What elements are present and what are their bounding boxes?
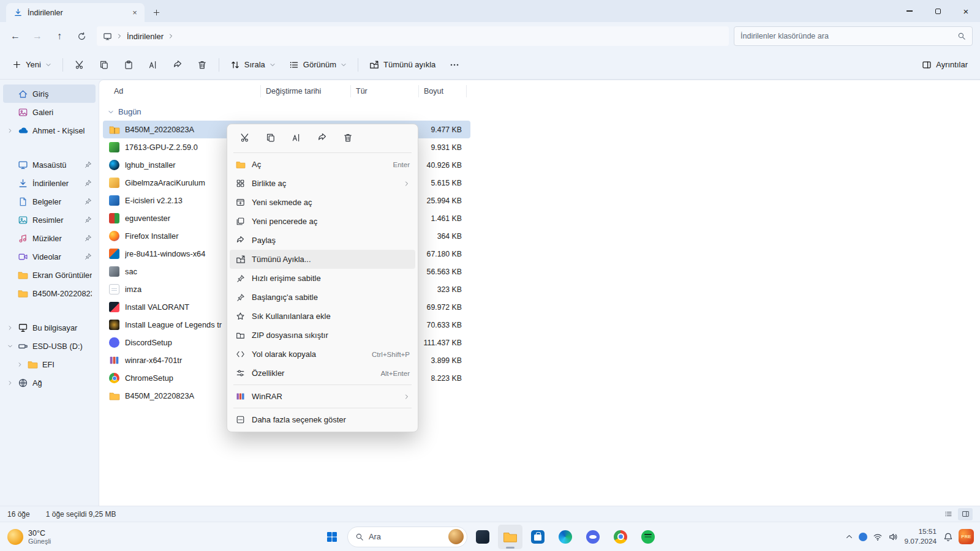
menu-item-open-new-window[interactable]: Yeni pencerede aç — [230, 212, 415, 231]
weather-desc: Güneşli — [28, 538, 51, 545]
chevron-down-icon[interactable] — [7, 343, 13, 349]
address-bar[interactable]: İndirilenler — [97, 26, 729, 46]
taskbar-weather-widget[interactable]: 30°C Güneşli — [0, 529, 51, 545]
details-pane-button[interactable]: Ayrıntılar — [916, 54, 974, 75]
view-button[interactable]: Görünüm — [283, 54, 353, 75]
sidebar-item-gallery[interactable]: Galeri — [3, 103, 96, 121]
minimize-button[interactable] — [895, 0, 924, 22]
menu-item-compress-zip[interactable]: ZIP dosyasına sıkıştır — [230, 326, 415, 345]
sidebar-item-label: Masaüstü — [32, 160, 80, 170]
forward-button[interactable]: → — [27, 26, 48, 47]
notification-bell-icon[interactable] — [943, 532, 953, 542]
share-button[interactable] — [311, 129, 333, 147]
menu-item-open[interactable]: Aç Enter — [230, 155, 415, 174]
menu-item-extract-all[interactable]: Tümünü Ayıkla... — [230, 250, 415, 269]
column-header-size[interactable]: Boyut — [419, 85, 467, 97]
plus-icon — [12, 60, 21, 69]
breadcrumb[interactable]: İndirilenler — [127, 32, 164, 41]
folder-icon — [28, 359, 38, 370]
copy-path-icon — [235, 350, 246, 359]
tray-chevron-up-icon[interactable] — [845, 533, 853, 541]
rename-button[interactable] — [285, 129, 307, 147]
chevron-right-icon[interactable] — [7, 380, 13, 386]
paste-button[interactable] — [117, 54, 140, 75]
new-button[interactable]: Yeni — [6, 54, 58, 75]
menu-separator — [233, 384, 412, 385]
column-header-name[interactable]: Ad — [109, 85, 261, 97]
sort-button[interactable]: Sırala — [224, 54, 282, 75]
more-toolbar-button[interactable] — [443, 54, 466, 75]
details-view-toggle[interactable] — [958, 508, 973, 520]
file-size: 25.994 KB — [419, 197, 466, 205]
menu-item-winrar[interactable]: WinRAR — [230, 387, 415, 406]
sidebar-item-documents[interactable]: Belgeler — [3, 192, 96, 211]
menu-item-copy-path[interactable]: Yol olarak kopyala Ctrl+Shift+P — [230, 345, 415, 364]
menu-item-show-more[interactable]: Daha fazla seçenek göster — [230, 410, 415, 429]
sidebar-item-downloads[interactable]: İndirilenler — [3, 174, 96, 192]
tab-close-button[interactable]: × — [129, 7, 141, 19]
close-button[interactable]: × — [952, 0, 980, 22]
group-header-today[interactable]: Bugün — [99, 102, 980, 121]
delete-button[interactable] — [190, 54, 214, 75]
sidebar-item-efi[interactable]: EFI — [13, 355, 96, 373]
sidebar-item-pictures[interactable]: Resimler — [3, 211, 96, 229]
sidebar-item-videos[interactable]: Videolar — [3, 247, 96, 266]
volume-icon[interactable] — [888, 532, 898, 542]
tray-app-pre-icon[interactable]: PRE — [959, 529, 974, 544]
cut-button[interactable] — [68, 54, 91, 75]
discord-app-button[interactable] — [581, 525, 605, 549]
refresh-button[interactable] — [71, 26, 92, 47]
cut-button[interactable] — [233, 129, 256, 147]
sidebar-item-network[interactable]: Ağ — [3, 373, 96, 392]
tray-app-icon[interactable] — [859, 533, 867, 541]
copy-button[interactable] — [92, 54, 116, 75]
file-explorer-app-button[interactable] — [498, 525, 522, 549]
taskbar-clock[interactable]: 15:51 9.07.2024 — [905, 527, 937, 546]
menu-item-properties[interactable]: Özellikler Alt+Enter — [230, 364, 415, 383]
chevron-right-icon[interactable] — [17, 362, 23, 367]
column-header-date[interactable]: Değiştirme tarihi — [261, 85, 351, 97]
extract-all-button[interactable]: Tümünü ayıkla — [363, 54, 442, 75]
search-input[interactable] — [741, 32, 957, 40]
menu-item-add-favorites[interactable]: Sık Kullanılanlara ekle — [230, 307, 415, 326]
delete-button[interactable] — [336, 129, 359, 147]
maximize-button[interactable] — [924, 0, 952, 22]
sidebar-item-screenshots[interactable]: Ekran Görüntüleri — [3, 266, 96, 284]
microsoft-store-app-button[interactable] — [526, 525, 550, 549]
new-tab-button[interactable] — [147, 4, 165, 20]
search-box[interactable] — [734, 26, 973, 46]
new-tab-icon — [235, 198, 246, 207]
menu-item-pin-quick-access[interactable]: Hızlı erişime sabitle — [230, 269, 415, 288]
sidebar-item-usb-drive[interactable]: ESD-USB (D:) — [3, 337, 96, 355]
spotify-icon — [641, 530, 655, 544]
menu-item-share[interactable]: Paylaş — [230, 231, 415, 250]
sidebar-item-desktop[interactable]: Masaüstü — [3, 156, 96, 174]
chevron-right-icon[interactable] — [7, 128, 13, 133]
sidebar-item-home[interactable]: Giriş — [3, 84, 96, 103]
menu-item-pin-to-start[interactable]: Başlangıç'a sabitle — [230, 288, 415, 307]
sidebar-item-label: İndirilenler — [32, 179, 80, 188]
rename-button[interactable] — [141, 54, 165, 75]
share-button[interactable] — [166, 54, 189, 75]
menu-item-open-new-tab[interactable]: Yeni sekmede aç — [230, 193, 415, 212]
chevron-right-icon[interactable] — [7, 325, 13, 331]
sidebar-item-onedrive[interactable]: Ahmet - Kişisel — [3, 121, 96, 140]
menu-item-open-with[interactable]: Birlikte aç — [230, 174, 415, 193]
column-header-type[interactable]: Tür — [351, 85, 419, 97]
explorer-tab[interactable]: İndirilenler × — [6, 3, 145, 22]
taskbar-search[interactable]: Ara — [347, 527, 467, 547]
sidebar-item-b450m-folder[interactable]: B450M-20220823A — [3, 284, 96, 302]
spotify-app-button[interactable] — [636, 525, 660, 549]
sidebar-item-music[interactable]: Müzikler — [3, 229, 96, 247]
sidebar-item-this-pc[interactable]: Bu bilgisayar — [3, 318, 96, 337]
back-button[interactable]: ← — [5, 26, 26, 47]
up-button[interactable]: ↑ — [49, 26, 70, 47]
list-view-toggle[interactable] — [941, 508, 956, 520]
task-view-app-button[interactable] — [470, 525, 495, 549]
chrome-app-button[interactable] — [608, 525, 633, 549]
edge-app-button[interactable] — [553, 525, 578, 549]
network-icon[interactable] — [873, 532, 883, 542]
copy-button[interactable] — [259, 129, 282, 147]
start-button[interactable] — [320, 525, 344, 549]
folder-icon — [18, 270, 28, 280]
